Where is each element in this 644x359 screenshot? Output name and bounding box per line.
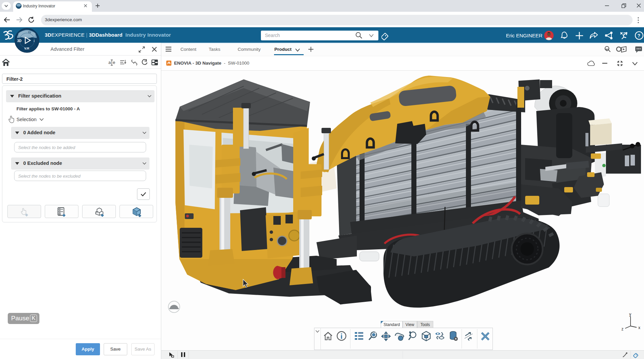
svg-text:a: a (108, 60, 111, 65)
svg-text:V.R: V.R (24, 46, 29, 50)
svg-text:y: y (629, 312, 631, 317)
svg-text:?: ? (638, 33, 641, 38)
svg-text:x: x (638, 325, 640, 330)
svg-text:e: e (113, 60, 115, 65)
svg-text:3D: 3D (17, 39, 22, 43)
svg-text:Yr: Yr (28, 31, 31, 34)
svg-text:i: i (34, 39, 35, 43)
svg-text:z: z (621, 327, 623, 331)
